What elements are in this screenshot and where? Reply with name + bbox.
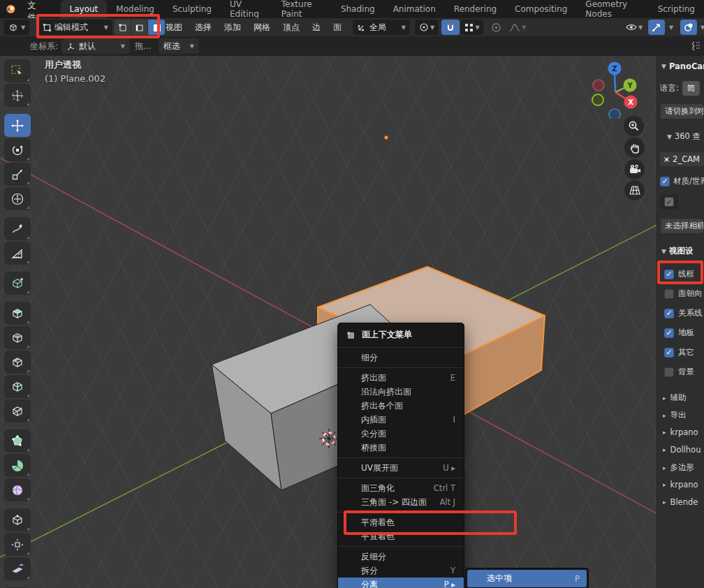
collapsed-panel-导出[interactable]: ▸导出 — [663, 410, 704, 420]
menu-item-entry[interactable]: 反细分 — [338, 550, 464, 564]
overlays-toggle-button[interactable] — [680, 20, 697, 35]
loop-cut-tool-button[interactable] — [4, 375, 31, 398]
checkbox-面朝向[interactable] — [664, 289, 674, 299]
panel-view-settings-header[interactable]: ▼ 视图设 — [661, 246, 693, 256]
move-tool-button[interactable] — [4, 114, 31, 137]
measure-tool-button[interactable] — [4, 242, 31, 265]
workspace-tab[interactable]: UV Editing — [221, 0, 272, 18]
gizmo-neg-y[interactable] — [592, 94, 603, 105]
checkbox-背景[interactable] — [664, 367, 674, 377]
zoom-button[interactable] — [624, 116, 644, 136]
workspace-tab[interactable]: Scripting — [649, 0, 704, 18]
panel-360-header[interactable]: ▼ 360 查 — [667, 131, 701, 142]
mode-dropdown[interactable]: 编辑模式 ▼ — [38, 20, 112, 35]
camera-object-field[interactable]: 2_CAM — [660, 152, 704, 166]
proportional-editing-button[interactable] — [487, 20, 504, 35]
visibility-dropdown[interactable]: ▼ — [622, 20, 647, 35]
rotate-tool-button[interactable] — [4, 138, 31, 161]
pan-hand-button[interactable] — [624, 138, 645, 158]
workspace-tab[interactable]: Sculpting — [163, 0, 221, 18]
transform-tool-button[interactable] — [4, 187, 31, 210]
submenu-item-选中项[interactable]: 选中项P — [467, 570, 587, 587]
menu-item-entry[interactable]: 尖分面 — [338, 427, 464, 441]
navigation-gizmo[interactable]: Z Y X — [590, 61, 643, 119]
editor-menu-item[interactable]: 视图 — [159, 18, 189, 36]
workspace-tab[interactable]: Geometry Nodes — [576, 0, 648, 18]
menu-item-entry[interactable]: 平直着色 — [338, 529, 464, 543]
orientation-setting-dropdown[interactable]: 默认 ▼ — [61, 38, 130, 54]
menu-item-entry[interactable]: 面三角化Ctrl T — [338, 481, 464, 495]
editor-menu-item[interactable]: 添加 — [218, 18, 247, 36]
collapsed-panel-辅助[interactable]: ▸辅助 — [663, 392, 704, 403]
collapsed-panel-krpano[interactable]: ▸krpano — [663, 427, 704, 437]
menu-item-entry[interactable]: 拆分Y — [338, 564, 464, 578]
poly-build-tool-button[interactable] — [4, 429, 31, 453]
spin-tool-button[interactable] — [4, 454, 31, 477]
snap-toggle-button[interactable] — [441, 20, 460, 35]
workspace-tab[interactable]: Shading — [332, 0, 384, 18]
menu-item-entry[interactable]: 挤出各个面 — [338, 399, 464, 413]
orthographic-toggle-button[interactable] — [624, 180, 645, 200]
vertex-select-button[interactable] — [115, 20, 131, 35]
smooth-tool-button[interactable] — [4, 478, 31, 501]
checkbox-关系线[interactable]: ✓ — [664, 309, 674, 318]
language-dropdown[interactable]: 简 — [682, 81, 701, 96]
tweak-select-tool-button[interactable] — [4, 59, 31, 82]
gizmos-dropdown[interactable]: ▼ — [665, 20, 677, 35]
workspace-tab[interactable]: Modeling — [107, 0, 163, 18]
cursor-tool-button[interactable] — [4, 84, 31, 107]
blender-logo-icon[interactable] — [0, 0, 20, 18]
menu-item-entry[interactable]: 细分 — [338, 351, 464, 365]
menu-item-entry[interactable]: 内插面I — [338, 413, 464, 427]
snap-with-dropdown[interactable]: ▼ — [461, 20, 483, 35]
workspace-tab[interactable]: Compositing — [506, 0, 576, 18]
gizmo-neg-z[interactable] — [609, 109, 620, 119]
shear-tool-button[interactable] — [4, 557, 31, 580]
select-tool-dropdown[interactable]: 框选 ▼ — [159, 38, 199, 54]
inset-faces-tool-button[interactable] — [4, 326, 31, 349]
collapsed-panel-Blende[interactable]: ▸Blende — [663, 497, 704, 507]
menu-item-entry[interactable]: UV展开面U ▸ — [338, 461, 464, 475]
sub-option-checkbox[interactable]: ✓ — [664, 197, 674, 207]
editor-type-button[interactable]: ▼ — [4, 20, 29, 35]
overlays-dropdown[interactable]: ▼ — [698, 20, 704, 35]
orientation-dropdown[interactable]: 全局 ▼ — [353, 20, 410, 35]
material-world-checkbox[interactable]: ✓ — [660, 177, 670, 186]
shrink-fatten-tool-button[interactable] — [4, 533, 31, 556]
editor-menu-item[interactable]: 顶点 — [277, 18, 306, 36]
panel-panocam-header[interactable]: ▼ PanoCam — [661, 61, 704, 71]
drag-label[interactable]: 拖... — [135, 36, 151, 56]
collapsed-panel-krpano[interactable]: ▸krpano — [663, 480, 704, 490]
camera-view-button[interactable] — [624, 159, 645, 179]
menu-item-entry[interactable]: 沿法向挤出面 — [338, 385, 464, 399]
checkbox-线框[interactable]: ✓ — [664, 270, 674, 279]
workspace-tab[interactable]: Animation — [384, 0, 445, 18]
menu-item-separate-highlighted[interactable]: 分离P ▸ — [338, 578, 464, 588]
collapsed-panel-多边形[interactable]: ▸多边形 — [663, 462, 704, 473]
falloff-dropdown[interactable]: ▼ — [506, 20, 529, 35]
checkbox-其它[interactable]: ✓ — [664, 348, 674, 358]
editor-menu-item[interactable]: 选择 — [189, 18, 218, 36]
workspace-tab[interactable]: Rendering — [445, 0, 506, 18]
editor-menu-item[interactable]: 面 — [327, 18, 348, 36]
workspace-tab[interactable]: Layout — [61, 0, 108, 18]
menu-item-entry[interactable]: 平滑着色 — [338, 515, 464, 529]
editor-menu-item[interactable]: 网格 — [247, 18, 277, 36]
switch-mode-button[interactable]: 请切换到对 — [660, 103, 704, 119]
bevel-tool-button[interactable] — [4, 351, 31, 374]
scale-tool-button[interactable] — [4, 163, 31, 186]
pivot-point-dropdown[interactable]: ▼ — [415, 20, 439, 35]
extrude-region-tool-button[interactable] — [4, 302, 31, 325]
checkbox-地板[interactable]: ✓ — [664, 328, 674, 338]
workspace-tab[interactable]: Texture Paint — [272, 0, 332, 18]
edge-slide-tool-button[interactable] — [4, 508, 31, 531]
3d-viewport[interactable]: 用户透视 (1) Plane.002 Z Y X — [0, 56, 704, 588]
menu-item-entry[interactable]: 桥接面 — [338, 441, 464, 455]
annotate-tool-button[interactable] — [4, 217, 31, 240]
add-cube-tool-button[interactable] — [4, 272, 31, 295]
menu-item-entry[interactable]: 挤出面E — [338, 371, 464, 385]
gizmos-toggle-button[interactable] — [648, 20, 665, 35]
gizmo-neg-x[interactable] — [593, 80, 604, 91]
collapsed-panel-Dollhou[interactable]: ▸Dollhou — [663, 445, 704, 455]
knife-tool-button[interactable] — [4, 399, 31, 422]
